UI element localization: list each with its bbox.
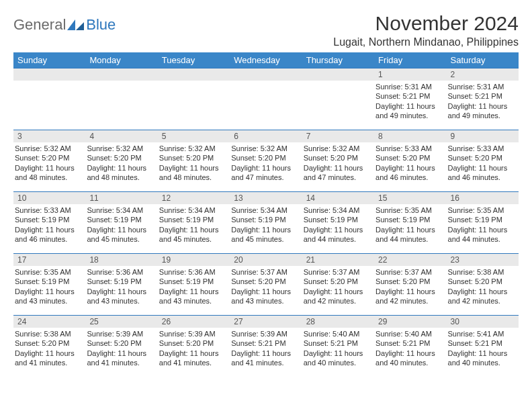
day-number: 24 [13,316,85,328]
day-number: 10 [13,192,85,204]
daylight-text: Daylight: 11 hours and 42 minutes. [375,287,443,306]
daylight-text: Daylight: 11 hours and 43 minutes. [15,287,83,306]
day-number: 27 [230,316,302,328]
brand-logo: General Blue [13,12,116,34]
day-number: 8 [374,130,446,142]
calendar-day-cell: 10Sunrise: 5:33 AMSunset: 5:19 PMDayligh… [13,192,85,254]
calendar-day-cell: 21Sunrise: 5:37 AMSunset: 5:20 PMDayligh… [302,254,374,316]
sunrise-text: Sunrise: 5:38 AM [448,267,516,277]
sunset-text: Sunset: 5:19 PM [87,215,154,224]
day-number [230,68,302,81]
location-text: Lugait, Northern Mindanao, Philippines [333,36,519,48]
sunset-text: Sunset: 5:21 PM [375,91,443,101]
sunset-text: Sunset: 5:19 PM [231,215,299,224]
calendar-day-cell: 16Sunrise: 5:35 AMSunset: 5:19 PMDayligh… [447,192,519,254]
day-number: 1 [374,68,446,81]
calendar-week-row: 24Sunrise: 5:38 AMSunset: 5:20 PMDayligh… [13,316,519,377]
day-number: 29 [374,316,446,328]
sunrise-text: Sunrise: 5:37 AM [375,267,443,277]
day-number: 4 [85,130,157,142]
sunset-text: Sunset: 5:20 PM [375,277,443,286]
day-number: 20 [230,254,302,266]
brand-text-blue: Blue [86,16,116,34]
calendar-day-cell [302,68,374,130]
day-number: 7 [302,130,374,142]
sunset-text: Sunset: 5:20 PM [159,153,227,163]
day-body: Sunrise: 5:34 AMSunset: 5:19 PMDaylight:… [230,204,302,245]
day-number: 12 [158,192,230,204]
day-body: Sunrise: 5:37 AMSunset: 5:20 PMDaylight:… [302,266,374,307]
weekday-wednesday: Wednesday [230,52,302,68]
day-body [302,81,374,121]
day-number: 22 [374,254,446,266]
day-body: Sunrise: 5:38 AMSunset: 5:20 PMDaylight:… [13,328,85,369]
calendar-day-cell: 8Sunrise: 5:33 AMSunset: 5:20 PMDaylight… [374,130,446,192]
calendar-day-cell: 14Sunrise: 5:34 AMSunset: 5:19 PMDayligh… [302,192,374,254]
sunrise-text: Sunrise: 5:31 AM [448,82,516,91]
calendar-day-cell: 7Sunrise: 5:32 AMSunset: 5:20 PMDaylight… [302,130,374,192]
day-number: 17 [13,254,85,266]
calendar-day-cell: 22Sunrise: 5:37 AMSunset: 5:20 PMDayligh… [374,254,446,316]
brand-sail-icon [67,18,85,32]
calendar-day-cell: 19Sunrise: 5:36 AMSunset: 5:19 PMDayligh… [158,254,230,316]
calendar-day-cell [85,68,157,130]
calendar-day-cell: 4Sunrise: 5:32 AMSunset: 5:20 PMDaylight… [85,130,157,192]
calendar-day-cell: 24Sunrise: 5:38 AMSunset: 5:20 PMDayligh… [13,316,85,377]
sunset-text: Sunset: 5:20 PM [304,153,371,163]
day-body [85,81,157,121]
daylight-text: Daylight: 11 hours and 49 minutes. [375,101,443,121]
sunrise-text: Sunrise: 5:34 AM [231,205,299,215]
daylight-text: Daylight: 11 hours and 41 minutes. [159,349,227,368]
day-body: Sunrise: 5:33 AMSunset: 5:19 PMDaylight:… [13,204,85,245]
day-body: Sunrise: 5:31 AMSunset: 5:21 PMDaylight:… [374,81,446,122]
day-body: Sunrise: 5:41 AMSunset: 5:21 PMDaylight:… [447,328,519,369]
sunrise-text: Sunrise: 5:32 AM [231,144,299,153]
day-number: 28 [302,316,374,328]
day-number: 2 [447,68,519,81]
day-body: Sunrise: 5:36 AMSunset: 5:19 PMDaylight:… [85,266,157,307]
weekday-friday: Friday [374,52,446,68]
calendar-day-cell: 1Sunrise: 5:31 AMSunset: 5:21 PMDaylight… [374,68,446,130]
weekday-header-row: Sunday Monday Tuesday Wednesday Thursday… [13,52,519,68]
sunset-text: Sunset: 5:20 PM [375,153,443,163]
calendar-table: Sunday Monday Tuesday Wednesday Thursday… [13,52,519,377]
day-body: Sunrise: 5:32 AMSunset: 5:20 PMDaylight:… [85,142,157,183]
daylight-text: Daylight: 11 hours and 45 minutes. [87,225,154,244]
day-number: 14 [302,192,374,204]
daylight-text: Daylight: 11 hours and 47 minutes. [231,163,299,183]
day-body: Sunrise: 5:37 AMSunset: 5:20 PMDaylight:… [374,266,446,307]
sunrise-text: Sunrise: 5:35 AM [448,205,516,215]
sunset-text: Sunset: 5:20 PM [448,153,516,163]
sunrise-text: Sunrise: 5:39 AM [159,329,227,338]
day-body: Sunrise: 5:39 AMSunset: 5:20 PMDaylight:… [85,328,157,369]
daylight-text: Daylight: 11 hours and 45 minutes. [159,225,227,244]
day-number: 30 [447,316,519,328]
day-number: 23 [447,254,519,266]
day-body [230,81,302,121]
sunset-text: Sunset: 5:20 PM [231,153,299,163]
sunrise-text: Sunrise: 5:40 AM [304,329,371,338]
daylight-text: Daylight: 11 hours and 40 minutes. [375,349,443,368]
calendar-day-cell: 27Sunrise: 5:39 AMSunset: 5:21 PMDayligh… [230,316,302,377]
calendar-week-row: 1Sunrise: 5:31 AMSunset: 5:21 PMDaylight… [13,68,519,130]
day-number: 18 [85,254,157,266]
sunset-text: Sunset: 5:21 PM [304,338,371,348]
daylight-text: Daylight: 11 hours and 43 minutes. [87,287,154,306]
sunset-text: Sunset: 5:20 PM [448,277,516,286]
calendar-day-cell: 11Sunrise: 5:34 AMSunset: 5:19 PMDayligh… [85,192,157,254]
sunrise-text: Sunrise: 5:41 AM [448,329,516,338]
calendar-day-cell: 5Sunrise: 5:32 AMSunset: 5:20 PMDaylight… [158,130,230,192]
day-body: Sunrise: 5:38 AMSunset: 5:20 PMDaylight:… [447,266,519,307]
sunrise-text: Sunrise: 5:33 AM [448,144,516,153]
sunset-text: Sunset: 5:20 PM [15,153,83,163]
sunset-text: Sunset: 5:19 PM [159,215,227,224]
sunset-text: Sunset: 5:20 PM [87,153,154,163]
day-body: Sunrise: 5:35 AMSunset: 5:19 PMDaylight:… [13,266,85,307]
sunset-text: Sunset: 5:21 PM [231,338,299,348]
daylight-text: Daylight: 11 hours and 42 minutes. [304,287,371,306]
calendar-day-cell: 9Sunrise: 5:33 AMSunset: 5:20 PMDaylight… [447,130,519,192]
calendar-day-cell: 12Sunrise: 5:34 AMSunset: 5:19 PMDayligh… [158,192,230,254]
day-number [85,68,157,81]
daylight-text: Daylight: 11 hours and 47 minutes. [304,163,371,183]
daylight-text: Daylight: 11 hours and 40 minutes. [304,349,371,368]
